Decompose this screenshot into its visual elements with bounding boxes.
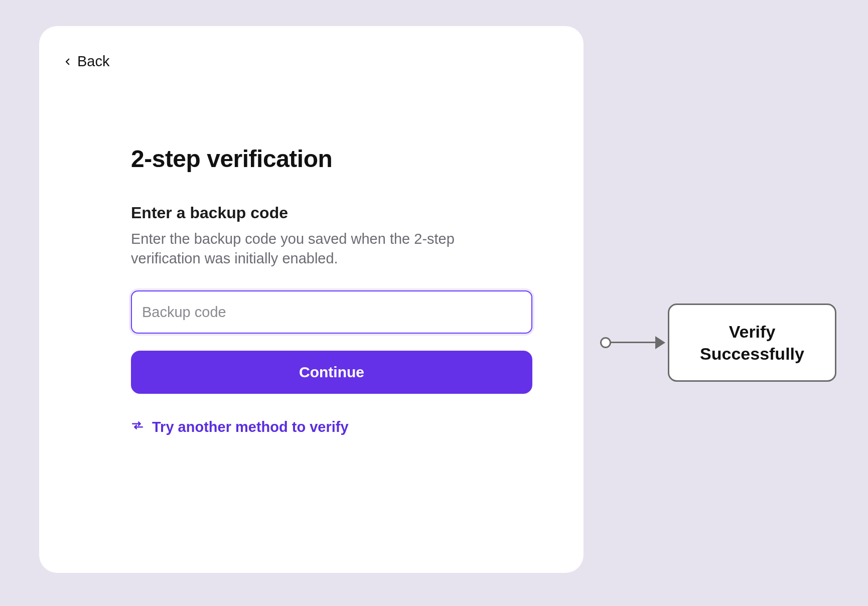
back-button[interactable]: Back [63, 53, 109, 70]
alt-method-label: Try another method to verify [152, 419, 349, 435]
try-another-method-link[interactable]: Try another method to verify [131, 419, 349, 435]
flow-node-verify-success[interactable]: Verify Successfully [668, 304, 836, 382]
card-body: 2-step verification Enter a backup code … [131, 145, 532, 435]
back-label: Back [77, 53, 109, 70]
flow-node-label: Verify Successfully [700, 321, 804, 365]
verification-card: Back 2-step verification Enter a backup … [39, 26, 584, 573]
chevron-left-icon [63, 57, 72, 66]
flow-connector-start [600, 337, 611, 348]
backup-code-input[interactable] [131, 290, 532, 334]
flow-connector-line [611, 342, 658, 343]
page-title: 2-step verification [131, 145, 532, 173]
arrow-right-icon [655, 336, 665, 349]
section-description: Enter the backup code you saved when the… [131, 229, 492, 268]
swap-icon [131, 419, 144, 435]
section-subtitle: Enter a backup code [131, 204, 532, 222]
continue-button[interactable]: Continue [131, 351, 532, 394]
